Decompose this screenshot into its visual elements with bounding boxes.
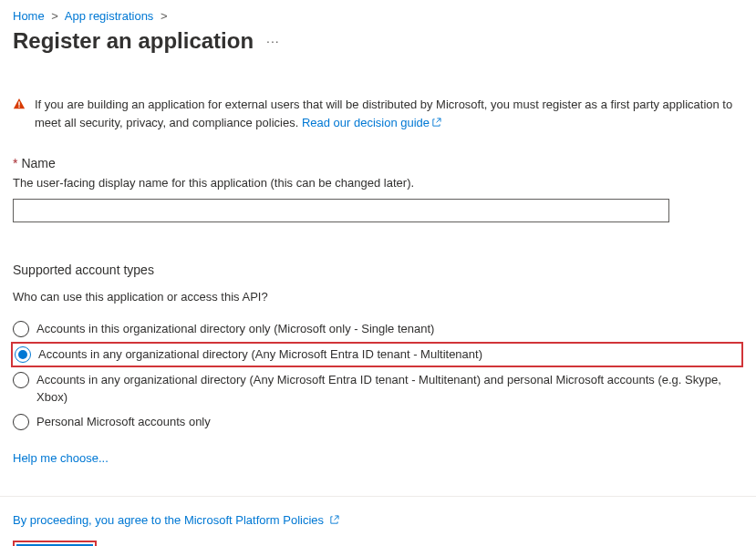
supported-account-types-heading: Supported account types xyxy=(13,263,743,277)
chevron-right-icon: > xyxy=(161,9,168,23)
breadcrumb-home[interactable]: Home xyxy=(13,9,45,23)
warning-icon xyxy=(13,98,26,132)
divider xyxy=(0,496,756,497)
account-type-option-single-tenant[interactable]: Accounts in this organizational director… xyxy=(13,316,743,342)
supported-account-types-help: Who can use this application or access t… xyxy=(13,290,743,304)
more-menu-icon[interactable]: ··· xyxy=(266,34,280,48)
external-link-icon xyxy=(431,115,441,133)
page-title: Register an application xyxy=(13,28,254,54)
chevron-right-icon: > xyxy=(51,9,58,23)
warning-banner: If you are building an application for e… xyxy=(13,96,743,132)
radio-icon xyxy=(13,414,29,430)
register-highlight: Register xyxy=(13,541,97,546)
breadcrumb-app-registrations[interactable]: App registrations xyxy=(65,9,154,23)
external-link-icon xyxy=(329,514,339,528)
account-type-option-multitenant[interactable]: Accounts in any organizational directory… xyxy=(11,342,743,367)
radio-icon xyxy=(13,372,29,388)
name-help-text: The user-facing display name for this ap… xyxy=(13,176,743,190)
breadcrumb: Home > App registrations > xyxy=(13,9,743,23)
radio-icon xyxy=(15,346,31,363)
account-type-option-personal-only[interactable]: Personal Microsoft accounts only xyxy=(13,409,743,435)
svg-rect-1 xyxy=(18,107,19,108)
account-type-option-multitenant-personal[interactable]: Accounts in any organizational directory… xyxy=(13,367,743,410)
name-input[interactable] xyxy=(13,199,669,222)
required-indicator: * xyxy=(13,156,17,170)
platform-policies-link[interactable]: By proceeding, you agree to the Microsof… xyxy=(13,513,339,527)
svg-rect-0 xyxy=(18,101,19,105)
help-me-choose-link[interactable]: Help me choose... xyxy=(13,451,109,465)
radio-icon xyxy=(13,321,29,337)
decision-guide-link[interactable]: Read our decision guide xyxy=(302,116,441,129)
name-label: *Name xyxy=(13,156,743,170)
warning-text: If you are building an application for e… xyxy=(35,96,743,132)
account-types-radio-group: Accounts in this organizational director… xyxy=(13,316,743,435)
consent-text: By proceeding, you agree to the Microsof… xyxy=(13,513,743,528)
